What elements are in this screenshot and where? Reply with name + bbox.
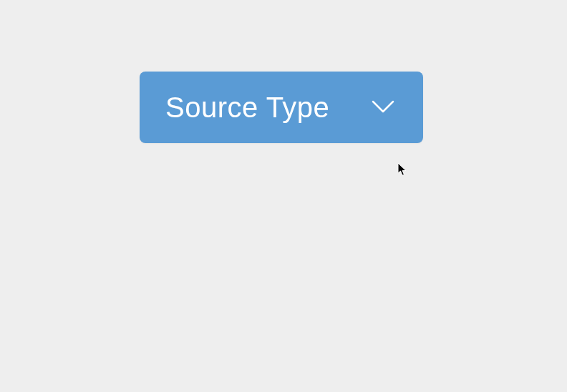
mouse-cursor-icon bbox=[398, 163, 408, 179]
source-type-dropdown[interactable]: Source Type bbox=[140, 72, 423, 143]
dropdown-label: Source Type bbox=[165, 92, 329, 124]
chevron-down-icon bbox=[372, 100, 394, 114]
